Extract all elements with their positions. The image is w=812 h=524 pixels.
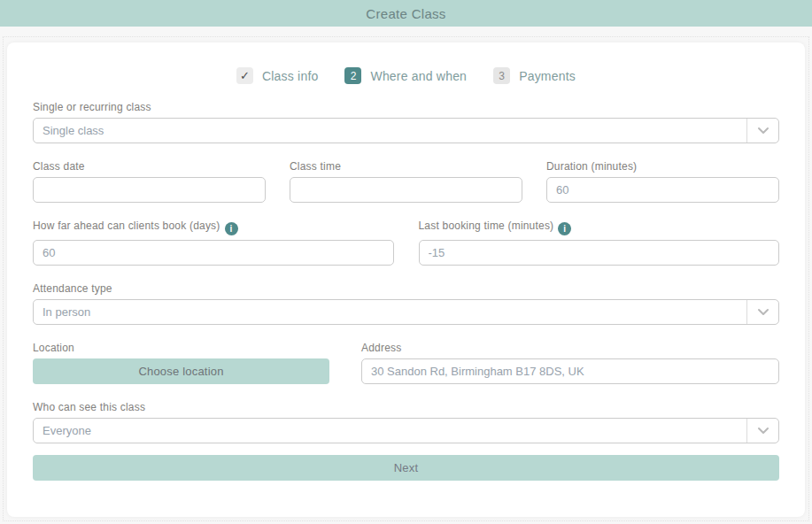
attendance-value: In person bbox=[34, 305, 746, 319]
visibility-value: Everyone bbox=[34, 424, 746, 437]
class-type-select[interactable]: Single class bbox=[33, 118, 779, 143]
address-input[interactable] bbox=[361, 358, 779, 384]
window-title-bar: Create Class bbox=[0, 0, 812, 27]
step-payments[interactable]: 3 Payments bbox=[493, 67, 576, 84]
class-type-label: Single or recurring class bbox=[33, 101, 779, 113]
book-ahead-label-text: How far ahead can clients book (days) bbox=[33, 220, 220, 232]
last-booking-input[interactable] bbox=[419, 240, 780, 266]
class-type-group: Single or recurring class Single class bbox=[33, 101, 779, 143]
duration-label: Duration (minutes) bbox=[546, 160, 779, 173]
duration-input[interactable] bbox=[546, 177, 779, 203]
visibility-select[interactable]: Everyone bbox=[33, 418, 779, 443]
chevron-down-icon bbox=[746, 300, 778, 324]
duration-group: Duration (minutes) bbox=[546, 160, 779, 203]
last-booking-label-text: Last booking time (minutes) bbox=[419, 220, 554, 232]
class-date-group: Class date bbox=[33, 160, 266, 203]
info-icon[interactable]: i bbox=[225, 222, 238, 235]
step-3-badge: 3 bbox=[493, 67, 510, 84]
attendance-select[interactable]: In person bbox=[33, 299, 779, 325]
booking-window-row: How far ahead can clients book (days)i L… bbox=[33, 220, 779, 266]
class-time-label: Class time bbox=[290, 160, 522, 173]
create-class-card: ✓ Class info 2 Where and when 3 Payments… bbox=[7, 42, 805, 517]
location-group: Location Choose location bbox=[33, 342, 329, 384]
last-booking-group: Last booking time (minutes)i bbox=[419, 220, 780, 266]
date-time-duration-row: Class date Class time Duration (minutes) bbox=[33, 160, 779, 203]
class-time-group: Class time bbox=[290, 160, 522, 203]
book-ahead-input[interactable] bbox=[33, 240, 394, 266]
location-address-row: Location Choose location Address bbox=[33, 342, 779, 384]
visibility-group: Who can see this class Everyone bbox=[33, 401, 779, 443]
chevron-down-icon bbox=[746, 119, 778, 143]
address-group: Address bbox=[361, 342, 779, 384]
step-label-payments: Payments bbox=[519, 69, 576, 83]
book-ahead-group: How far ahead can clients book (days)i bbox=[33, 220, 394, 266]
attendance-group: Attendance type In person bbox=[33, 282, 779, 325]
class-date-label: Class date bbox=[33, 160, 266, 173]
step-2-badge: 2 bbox=[344, 67, 361, 84]
attendance-label: Attendance type bbox=[33, 282, 779, 295]
class-type-value: Single class bbox=[34, 124, 746, 137]
step-label-where-and-when: Where and when bbox=[370, 69, 467, 83]
last-booking-label: Last booking time (minutes)i bbox=[419, 220, 780, 235]
class-date-input[interactable] bbox=[33, 177, 266, 203]
address-label: Address bbox=[361, 342, 779, 354]
class-time-input[interactable] bbox=[290, 177, 522, 203]
visibility-label: Who can see this class bbox=[33, 401, 779, 413]
next-button[interactable]: Next bbox=[33, 455, 779, 481]
info-icon[interactable]: i bbox=[558, 222, 571, 235]
chevron-down-icon bbox=[746, 419, 778, 443]
step-class-info[interactable]: ✓ Class info bbox=[236, 67, 318, 84]
book-ahead-label: How far ahead can clients book (days)i bbox=[33, 220, 394, 235]
choose-location-button[interactable]: Choose location bbox=[33, 358, 329, 384]
stepper: ✓ Class info 2 Where and when 3 Payments bbox=[33, 67, 779, 84]
check-icon: ✓ bbox=[236, 67, 253, 84]
step-where-and-when[interactable]: 2 Where and when bbox=[344, 67, 467, 84]
location-label: Location bbox=[33, 342, 329, 354]
page-title: Create Class bbox=[366, 6, 445, 21]
step-label-class-info: Class info bbox=[262, 69, 318, 83]
